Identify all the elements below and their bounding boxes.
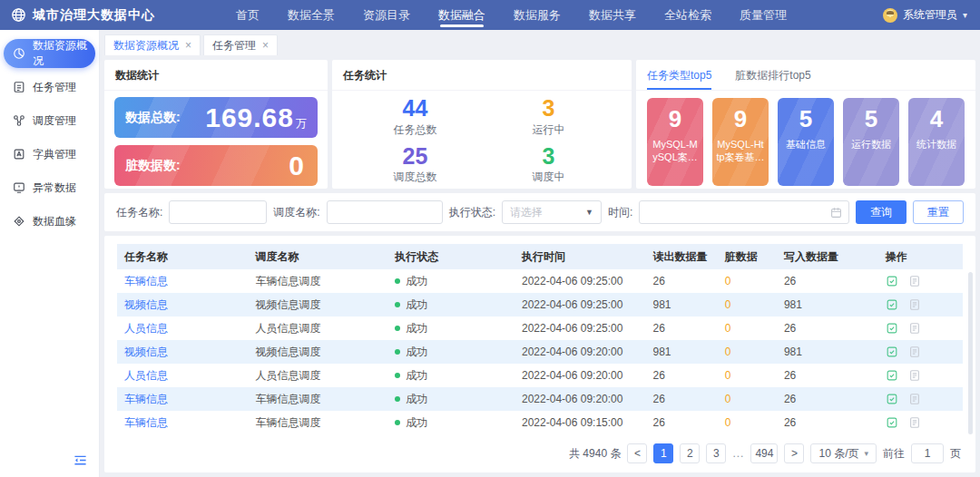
top-nav: 首页数据全景资源目录数据融合数据服务数据共享全站检索质量管理 bbox=[236, 0, 787, 30]
top5-card[interactable]: 9 MySQL-Http案卷基础信... bbox=[712, 98, 769, 186]
export-log-icon[interactable] bbox=[886, 346, 898, 358]
page-tab[interactable]: 任务管理 × bbox=[203, 34, 278, 55]
operations-cell bbox=[878, 269, 963, 293]
top5-card[interactable]: 5 基础信息 bbox=[778, 98, 834, 186]
dictionary-book-icon bbox=[12, 148, 25, 161]
export-log-icon[interactable] bbox=[886, 275, 898, 287]
status-select[interactable]: 请选择 ▼ bbox=[502, 200, 602, 224]
goto-page-input[interactable] bbox=[911, 443, 944, 463]
page-number-button[interactable]: 2 bbox=[680, 443, 700, 463]
task-stat: 3 运行中 bbox=[482, 96, 615, 138]
select-arrow-icon: ▼ bbox=[585, 208, 593, 217]
export-log-icon[interactable] bbox=[886, 298, 898, 311]
sidebar-item-data-overview[interactable]: 数据资源概况 bbox=[4, 39, 95, 68]
table-row: 车辆信息 车辆信息调度 成功 2022-04-06 09:20:00 26 0 … bbox=[117, 387, 963, 411]
collapse-sidebar-icon[interactable] bbox=[74, 453, 87, 470]
last-page-button[interactable]: 494 bbox=[750, 443, 778, 463]
status-text: 成功 bbox=[406, 322, 427, 335]
detail-log-icon[interactable] bbox=[908, 346, 921, 358]
status-dot bbox=[395, 302, 400, 307]
user-menu[interactable]: 系统管理员 ▾ bbox=[883, 7, 967, 23]
top5-card[interactable]: 4 统计数据 bbox=[908, 98, 965, 186]
operations-cell bbox=[878, 316, 963, 340]
task-name-link[interactable]: 人员信息 bbox=[124, 369, 168, 382]
task-name-input[interactable] bbox=[169, 200, 267, 224]
task-name-link[interactable]: 车辆信息 bbox=[124, 275, 168, 287]
export-log-icon[interactable] bbox=[886, 369, 898, 382]
task-stat: 44 任务总数 bbox=[348, 96, 482, 138]
page-ellipsis: ... bbox=[732, 447, 744, 460]
top-nav-item[interactable]: 质量管理 bbox=[740, 0, 787, 30]
pagination: 共 4940 条 < 123 ... 494 > 10 条/页 ▾ 前往 页 bbox=[117, 437, 963, 469]
table-scrollbar[interactable] bbox=[968, 272, 973, 434]
page-number-button[interactable]: 1 bbox=[653, 443, 673, 463]
table-row: 车辆信息 车辆信息调度 成功 2022-04-06 09:25:00 26 0 … bbox=[117, 269, 963, 293]
task-name-link[interactable]: 车辆信息 bbox=[124, 416, 168, 429]
schedule-icon bbox=[12, 114, 25, 128]
task-stat: 25 调度总数 bbox=[348, 144, 482, 186]
status-text: 成功 bbox=[406, 346, 427, 358]
operations-cell bbox=[878, 340, 963, 364]
detail-log-icon[interactable] bbox=[908, 393, 921, 405]
sidebar-item-abnormal-data[interactable]: 异常数据 bbox=[0, 173, 99, 202]
top5-card[interactable]: 5 运行数据 bbox=[843, 98, 899, 186]
topbar: 城市治理大数据中心 首页数据全景资源目录数据融合数据服务数据共享全站检索质量管理… bbox=[0, 0, 980, 30]
time-range-input[interactable] bbox=[639, 200, 849, 224]
top-nav-item[interactable]: 数据共享 bbox=[589, 0, 636, 30]
search-button[interactable]: 查询 bbox=[856, 200, 906, 224]
status-dot bbox=[395, 278, 400, 284]
brand: 城市治理大数据中心 bbox=[11, 7, 236, 24]
status-dot bbox=[395, 396, 400, 402]
close-icon[interactable]: × bbox=[185, 40, 191, 51]
export-log-icon[interactable] bbox=[886, 322, 898, 335]
page-tab[interactable]: 数据资源概况 × bbox=[104, 34, 201, 55]
column-header: 操作 bbox=[878, 244, 963, 269]
data-stats-panel: 数据统计 数据总数: 169.68万 脏数据数: 0 bbox=[104, 60, 328, 189]
task-stat: 3 调度中 bbox=[482, 144, 615, 186]
reset-button[interactable]: 重置 bbox=[913, 200, 964, 224]
status-text: 成功 bbox=[406, 393, 427, 405]
task-name-link[interactable]: 视频信息 bbox=[124, 298, 168, 311]
main-area: 数据资源概况 × 任务管理 × 数据统计 数据总数: bbox=[100, 30, 980, 477]
detail-log-icon[interactable] bbox=[908, 275, 921, 287]
sidebar-item-dictionary-management[interactable]: 字典管理 bbox=[0, 140, 99, 169]
page-size-select[interactable]: 10 条/页 ▾ bbox=[810, 443, 877, 463]
task-name-link[interactable]: 人员信息 bbox=[124, 322, 168, 335]
table-header-row: 任务名称调度名称执行状态执行时间读出数据量脏数据写入数据量操作 bbox=[117, 244, 963, 269]
top-nav-item[interactable]: 全站检索 bbox=[664, 0, 711, 30]
top-nav-item[interactable]: 数据服务 bbox=[514, 0, 561, 30]
detail-log-icon[interactable] bbox=[908, 322, 921, 335]
top-nav-item[interactable]: 首页 bbox=[236, 0, 260, 30]
operations-cell bbox=[878, 387, 963, 411]
top5-tab[interactable]: 任务类型top5 bbox=[647, 68, 711, 90]
schedule-name-input[interactable] bbox=[327, 200, 443, 224]
detail-log-icon[interactable] bbox=[908, 369, 921, 382]
top-nav-item[interactable]: 资源目录 bbox=[363, 0, 410, 30]
tab-bar: 数据资源概况 × 任务管理 × bbox=[100, 30, 980, 55]
sidebar-item-task-management[interactable]: 任务管理 bbox=[0, 73, 99, 102]
status-dot bbox=[395, 420, 400, 425]
export-log-icon[interactable] bbox=[886, 393, 898, 405]
top5-tab[interactable]: 脏数据排行top5 bbox=[735, 68, 810, 90]
prev-page-button[interactable]: < bbox=[627, 443, 647, 463]
task-name-link[interactable]: 视频信息 bbox=[124, 346, 168, 358]
status-dot bbox=[395, 326, 400, 331]
status-text: 成功 bbox=[406, 298, 427, 311]
sidebar-item-schedule-management[interactable]: 调度管理 bbox=[0, 106, 99, 135]
app-window: 城市治理大数据中心 首页数据全景资源目录数据融合数据服务数据共享全站检索质量管理… bbox=[0, 0, 980, 477]
task-name-link[interactable]: 车辆信息 bbox=[124, 393, 168, 405]
top5-tab-bar: 任务类型top5脏数据排行top5 bbox=[636, 60, 975, 91]
avatar bbox=[883, 8, 897, 23]
export-log-icon[interactable] bbox=[886, 416, 898, 429]
sidebar-item-data-lineage[interactable]: 数据血缘 bbox=[0, 207, 99, 236]
next-page-button[interactable]: > bbox=[784, 443, 804, 463]
page-number-button[interactable]: 3 bbox=[706, 443, 726, 463]
panel-title: 数据统计 bbox=[104, 60, 328, 91]
top5-card[interactable]: 9 MySQL-MySQL案卷基础... bbox=[647, 98, 703, 186]
top-nav-item[interactable]: 数据融合 bbox=[438, 0, 485, 30]
filter-bar: 任务名称: 调度名称: 执行状态: 请选择 ▼ 时间: 查询 重置 bbox=[104, 193, 975, 231]
close-icon[interactable]: × bbox=[262, 40, 269, 51]
detail-log-icon[interactable] bbox=[908, 416, 921, 429]
detail-log-icon[interactable] bbox=[908, 298, 921, 311]
top-nav-item[interactable]: 数据全景 bbox=[288, 0, 335, 30]
